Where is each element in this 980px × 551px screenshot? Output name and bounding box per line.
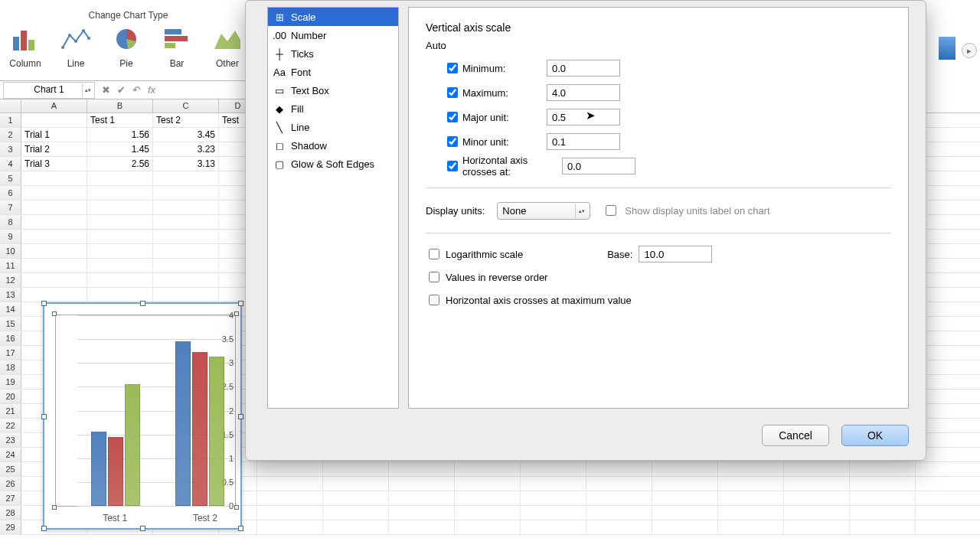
- row-header[interactable]: 18: [0, 360, 21, 374]
- cell[interactable]: [455, 491, 521, 505]
- sidebar-item-fill[interactable]: ◆Fill: [268, 99, 398, 118]
- row-header[interactable]: 28: [0, 506, 21, 520]
- selection-handle[interactable]: [52, 311, 57, 316]
- cell[interactable]: [87, 273, 153, 287]
- minimum-input[interactable]: [547, 60, 620, 77]
- cell[interactable]: [21, 273, 87, 287]
- cell[interactable]: [718, 477, 784, 491]
- cell[interactable]: [455, 520, 521, 534]
- cell[interactable]: [21, 244, 87, 258]
- minor-unit-input[interactable]: [547, 133, 620, 150]
- cell[interactable]: [521, 491, 586, 505]
- resize-handle[interactable]: [140, 301, 145, 306]
- select-all-corner[interactable]: [0, 99, 21, 112]
- cell[interactable]: 1.45: [87, 142, 153, 156]
- cell[interactable]: [652, 477, 718, 491]
- cell[interactable]: [153, 288, 219, 302]
- ribbon-pie-button[interactable]: Pie: [101, 23, 152, 69]
- cell[interactable]: [153, 186, 219, 200]
- row-header[interactable]: 22: [0, 419, 21, 432]
- cell[interactable]: [153, 171, 219, 185]
- row-header[interactable]: 5: [0, 171, 21, 185]
- cell[interactable]: [21, 288, 87, 302]
- row-header[interactable]: 7: [0, 201, 21, 214]
- cell[interactable]: 2.56: [87, 157, 153, 171]
- cell[interactable]: [718, 491, 784, 505]
- resize-handle[interactable]: [238, 414, 243, 419]
- sidebar-item-scale[interactable]: ⊞Scale: [268, 8, 398, 26]
- cell[interactable]: [87, 244, 153, 258]
- cell[interactable]: [87, 171, 153, 185]
- maximum-auto-checkbox[interactable]: [447, 87, 458, 98]
- cell[interactable]: 3.45: [153, 128, 219, 142]
- cell[interactable]: [153, 273, 219, 287]
- row-header[interactable]: 20: [0, 390, 21, 403]
- cell[interactable]: [455, 462, 521, 476]
- cell[interactable]: Trial 1: [21, 128, 87, 142]
- cell[interactable]: [784, 477, 850, 491]
- cell[interactable]: [850, 491, 916, 505]
- cell[interactable]: [21, 113, 87, 127]
- cell[interactable]: [153, 201, 219, 214]
- expand-gallery-button[interactable]: ▸: [962, 43, 977, 58]
- selection-handle[interactable]: [234, 505, 239, 510]
- chart-style-thumb[interactable]: [939, 37, 956, 60]
- cell[interactable]: [521, 520, 586, 534]
- cell[interactable]: Test 2: [153, 113, 219, 127]
- resize-handle[interactable]: [41, 526, 47, 531]
- cell[interactable]: [389, 462, 455, 476]
- row-header[interactable]: 3: [0, 142, 21, 156]
- cell[interactable]: [323, 520, 389, 534]
- cell[interactable]: [21, 215, 87, 229]
- column-header[interactable]: B: [87, 99, 153, 112]
- cell[interactable]: [586, 506, 652, 520]
- cell[interactable]: [586, 477, 652, 491]
- cell[interactable]: [586, 462, 652, 476]
- cell[interactable]: Trial 2: [21, 142, 87, 156]
- fx-icon[interactable]: fx: [144, 83, 159, 98]
- ribbon-column-button[interactable]: Column: [0, 23, 51, 69]
- bar[interactable]: [175, 341, 191, 506]
- cell[interactable]: [21, 259, 87, 272]
- ok-button[interactable]: OK: [841, 425, 909, 446]
- bar[interactable]: [125, 384, 140, 506]
- cell[interactable]: [652, 462, 718, 476]
- axis-crosses-auto-checkbox[interactable]: [447, 161, 458, 171]
- cell[interactable]: 3.13: [153, 157, 219, 171]
- cell[interactable]: [21, 186, 87, 200]
- cell[interactable]: [455, 477, 521, 491]
- row-header[interactable]: 13: [0, 288, 21, 302]
- row-header[interactable]: 17: [0, 346, 21, 360]
- minor-unit-auto-checkbox[interactable]: [447, 136, 458, 147]
- axis-crosses-input[interactable]: [562, 158, 635, 174]
- cancel-formula-icon[interactable]: ✖: [98, 83, 113, 98]
- name-box[interactable]: Chart 1 ▴▾: [3, 82, 95, 99]
- sidebar-item-number[interactable]: .00Number: [268, 26, 398, 44]
- row-header[interactable]: 24: [0, 448, 21, 461]
- cell[interactable]: [521, 506, 586, 520]
- cell[interactable]: [850, 520, 916, 534]
- row-header[interactable]: 26: [0, 477, 21, 491]
- stepper-icon[interactable]: ▴▾: [82, 83, 93, 97]
- log-base-input[interactable]: [639, 246, 712, 262]
- column-header[interactable]: A: [21, 99, 87, 112]
- cell[interactable]: [784, 520, 850, 534]
- cell[interactable]: [257, 520, 323, 534]
- cell[interactable]: Trial 3: [21, 157, 87, 171]
- minimum-auto-checkbox[interactable]: [447, 63, 458, 73]
- display-units-select[interactable]: None ▴▾: [497, 202, 590, 220]
- sidebar-item-text-box[interactable]: ▭Text Box: [268, 81, 398, 99]
- row-header[interactable]: 10: [0, 244, 21, 258]
- cell[interactable]: [652, 491, 718, 505]
- sidebar-item-font[interactable]: AaFont: [268, 63, 398, 81]
- row-header[interactable]: 14: [0, 302, 21, 316]
- column-header[interactable]: C: [153, 99, 219, 112]
- resize-handle[interactable]: [41, 414, 47, 419]
- cell[interactable]: [153, 230, 219, 243]
- row-header[interactable]: 19: [0, 375, 21, 389]
- cell[interactable]: [718, 520, 784, 534]
- cell[interactable]: [718, 506, 784, 520]
- row-header[interactable]: 1: [0, 113, 21, 127]
- show-display-units-checkbox[interactable]: [606, 205, 616, 216]
- resize-handle[interactable]: [140, 526, 145, 531]
